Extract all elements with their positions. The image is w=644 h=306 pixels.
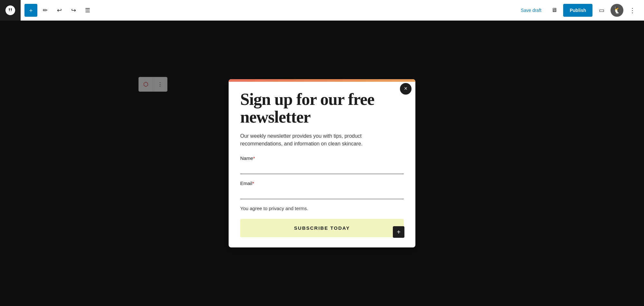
redo-icon: ↪: [71, 7, 76, 14]
save-draft-button[interactable]: Save draft: [517, 5, 545, 15]
modal-body: Sign up for our free newsletter Our week…: [229, 82, 415, 247]
sidebar-icon: ▭: [599, 7, 604, 14]
subscribe-button[interactable]: SUBSCRIBE TODAY: [240, 219, 404, 237]
sidebar-toggle-button[interactable]: ▭: [595, 4, 608, 17]
toolbar: W ＋ ✏ ↩ ↪ ☰ Save draft 🖥 Publish ▭ 🐧: [0, 0, 644, 21]
modal-description: Our weekly newsletter provides you with …: [240, 132, 404, 148]
undo-button[interactable]: ↩: [53, 4, 66, 17]
tools-button[interactable]: ✏: [39, 4, 52, 17]
subscribe-add-button[interactable]: +: [393, 226, 404, 238]
plus-icon: ＋: [28, 6, 34, 14]
modal-overlay[interactable]: × Sign up for our free newsletter Our we…: [0, 21, 644, 306]
user-avatar-button[interactable]: 🐧: [611, 4, 623, 17]
newsletter-modal: × Sign up for our free newsletter Our we…: [229, 79, 415, 247]
undo-icon: ↩: [57, 7, 62, 14]
email-input[interactable]: [240, 188, 404, 199]
email-form-group: Email*: [240, 181, 404, 199]
name-required: *: [253, 155, 255, 161]
modal-accent-bar: [229, 79, 415, 82]
name-label: Name*: [240, 155, 404, 161]
editor-canvas: ⬡ ⋮ × Sign up for our free newsletter Ou…: [0, 21, 644, 306]
publish-button[interactable]: Publish: [563, 4, 592, 17]
svg-text:W: W: [8, 8, 13, 13]
name-input[interactable]: [240, 163, 404, 174]
add-block-button[interactable]: ＋: [24, 4, 37, 17]
avatar-icon: 🐧: [613, 6, 621, 14]
toolbar-right: Save draft 🖥 Publish ▭ 🐧 ⋮: [517, 4, 639, 17]
close-icon: ×: [404, 85, 408, 92]
monitor-icon: 🖥: [551, 7, 557, 14]
list-icon: ☰: [85, 7, 90, 14]
plus-icon: +: [397, 228, 401, 236]
toolbar-left: W ＋ ✏ ↩ ↪ ☰: [5, 0, 517, 21]
ellipsis-icon: ⋮: [629, 6, 636, 14]
modal-close-button[interactable]: ×: [400, 83, 412, 95]
list-view-button[interactable]: ☰: [81, 4, 94, 17]
pencil-icon: ✏: [43, 7, 48, 14]
wp-logo-icon: W: [5, 5, 16, 16]
options-button[interactable]: ⋮: [626, 4, 639, 17]
name-form-group: Name*: [240, 155, 404, 174]
privacy-text: You agree to privacy and terms.: [240, 206, 404, 211]
email-required: *: [252, 181, 254, 186]
subscribe-button-wrap: SUBSCRIBE TODAY +: [240, 219, 404, 237]
email-label: Email*: [240, 181, 404, 186]
redo-button[interactable]: ↪: [67, 4, 80, 17]
preview-button[interactable]: 🖥: [548, 4, 561, 17]
modal-title: Sign up for our free newsletter: [240, 91, 404, 126]
wp-logo: W: [0, 0, 21, 21]
